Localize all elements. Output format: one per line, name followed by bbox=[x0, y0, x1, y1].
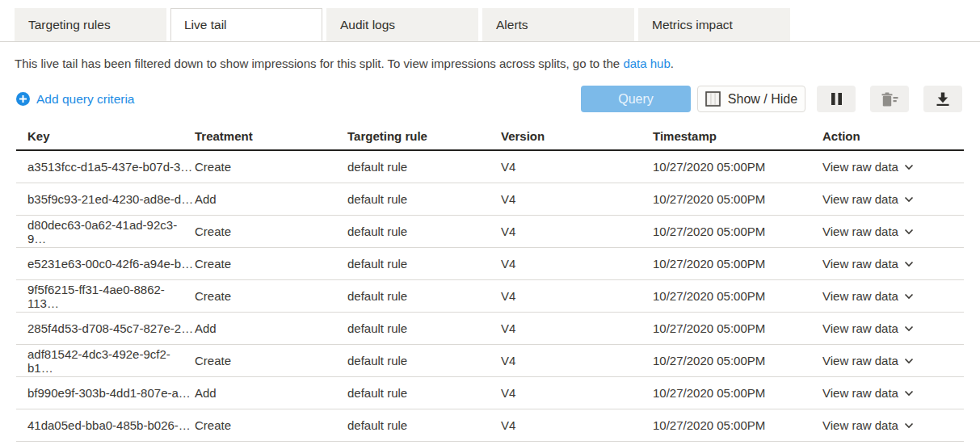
view-raw-data-label: View raw data bbox=[822, 354, 898, 367]
treatment-cell: Create bbox=[195, 418, 347, 432]
key-cell: a3513fcc-d1a5-437e-b07d-3… bbox=[16, 160, 195, 174]
table-row: d80dec63-0a62-41ad-92c3-9… Create defaul… bbox=[16, 216, 964, 248]
key-cell: 285f4d53-d708-45c7-827e-2… bbox=[16, 321, 195, 335]
table-row: b35f9c93-21ed-4230-ad8e-d… Add default r… bbox=[16, 183, 964, 216]
version-cell: V4 bbox=[501, 386, 653, 400]
table-row: e5231e63-00c0-42f6-a94e-b… Create defaul… bbox=[16, 248, 964, 280]
live-tail-notice: This live tail has been filtered down to… bbox=[15, 56, 965, 72]
targeting-rule-cell: default rule bbox=[347, 160, 501, 174]
view-raw-data-dropdown[interactable]: View raw data bbox=[822, 289, 964, 303]
treatment-cell: Add bbox=[195, 386, 347, 400]
treatment-cell: Add bbox=[195, 192, 347, 206]
table-row: adf81542-4dc3-492e-9cf2-b1… Create defau… bbox=[16, 345, 964, 377]
treatment-cell: Create bbox=[195, 225, 347, 238]
treatment-cell: Create bbox=[195, 257, 347, 271]
add-query-label: Add query criteria bbox=[36, 92, 134, 107]
chevron-down-icon bbox=[904, 358, 914, 364]
key-cell: bf990e9f-303b-4dd1-807e-a… bbox=[16, 386, 195, 400]
view-raw-data-dropdown[interactable]: View raw data bbox=[822, 225, 964, 238]
targeting-rule-cell: default rule bbox=[347, 386, 501, 400]
targeting-rule-cell: default rule bbox=[347, 321, 501, 335]
download-icon bbox=[936, 92, 950, 107]
tab[interactable]: Live tail bbox=[170, 8, 322, 41]
column-header-targeting-rule: Targeting rule bbox=[347, 129, 501, 143]
download-button[interactable] bbox=[923, 86, 962, 112]
notice-text: This live tail has been filtered down to… bbox=[15, 57, 623, 70]
version-cell: V4 bbox=[501, 160, 653, 174]
chevron-down-icon bbox=[904, 390, 914, 397]
tab-bar: Targeting rules Live tail Audit logs Ale… bbox=[0, 0, 980, 42]
view-raw-data-dropdown[interactable]: View raw data bbox=[822, 321, 964, 335]
tab[interactable]: Alerts bbox=[482, 8, 634, 41]
view-raw-data-label: View raw data bbox=[822, 418, 898, 432]
treatment-cell: Create bbox=[195, 289, 347, 303]
plus-circle-icon bbox=[16, 92, 30, 106]
add-query-criteria-button[interactable]: Add query criteria bbox=[16, 92, 134, 107]
timestamp-cell: 10/27/2020 05:00PM bbox=[653, 192, 822, 206]
view-raw-data-label: View raw data bbox=[822, 257, 898, 271]
view-raw-data-dropdown[interactable]: View raw data bbox=[822, 257, 964, 271]
notice-suffix: . bbox=[671, 57, 674, 70]
column-header-timestamp: Timestamp bbox=[653, 129, 822, 143]
column-header-key: Key bbox=[16, 129, 195, 143]
view-raw-data-dropdown[interactable]: View raw data bbox=[822, 160, 964, 174]
timestamp-cell: 10/27/2020 05:00PM bbox=[653, 225, 822, 238]
view-raw-data-label: View raw data bbox=[822, 289, 898, 303]
version-cell: V4 bbox=[501, 257, 653, 271]
version-cell: V4 bbox=[501, 192, 653, 206]
targeting-rule-cell: default rule bbox=[347, 257, 501, 271]
key-cell: e5231e63-00c0-42f6-a94e-b… bbox=[16, 257, 195, 271]
timestamp-cell: 10/27/2020 05:00PM bbox=[653, 289, 822, 303]
targeting-rule-cell: default rule bbox=[347, 418, 501, 432]
table-row: 9f5f6215-ff31-4ae0-8862-113… Create defa… bbox=[16, 280, 964, 313]
view-raw-data-label: View raw data bbox=[822, 160, 898, 174]
view-raw-data-dropdown[interactable]: View raw data bbox=[822, 418, 964, 432]
clear-logs-button[interactable] bbox=[870, 86, 909, 112]
version-cell: V4 bbox=[501, 289, 653, 303]
tab-label: Alerts bbox=[496, 18, 528, 32]
table-body: a3513fcc-d1a5-437e-b07d-3… Create defaul… bbox=[16, 151, 964, 442]
pause-button[interactable] bbox=[817, 86, 856, 112]
toolbar-actions: Query Show / Hide bbox=[581, 86, 962, 112]
key-cell: 41da05ed-bba0-485b-b026-… bbox=[16, 418, 195, 432]
chevron-down-icon bbox=[904, 196, 914, 203]
trash-clear-icon bbox=[881, 92, 898, 107]
key-cell: 9f5f6215-ff31-4ae0-8862-113… bbox=[16, 283, 195, 310]
chevron-down-icon bbox=[904, 229, 914, 235]
treatment-cell: Add bbox=[195, 321, 347, 335]
view-raw-data-label: View raw data bbox=[822, 192, 898, 206]
tab-label: Metrics impact bbox=[652, 18, 733, 32]
targeting-rule-cell: default rule bbox=[347, 354, 501, 367]
timestamp-cell: 10/27/2020 05:00PM bbox=[653, 160, 822, 174]
view-raw-data-dropdown[interactable]: View raw data bbox=[822, 192, 964, 206]
table-row: bf990e9f-303b-4dd1-807e-a… Add default r… bbox=[16, 377, 964, 409]
chevron-down-icon bbox=[904, 293, 914, 300]
view-raw-data-dropdown[interactable]: View raw data bbox=[822, 354, 964, 367]
key-cell: adf81542-4dc3-492e-9cf2-b1… bbox=[16, 347, 195, 375]
targeting-rule-cell: default rule bbox=[347, 289, 501, 303]
data-hub-link[interactable]: data hub bbox=[623, 57, 670, 70]
timestamp-cell: 10/27/2020 05:00PM bbox=[653, 386, 822, 400]
tab[interactable]: Audit logs bbox=[326, 8, 478, 41]
targeting-rule-cell: default rule bbox=[347, 192, 501, 206]
show-hide-label: Show / Hide bbox=[728, 92, 797, 107]
targeting-rule-cell: default rule bbox=[347, 225, 501, 238]
table-row: 285f4d53-d708-45c7-827e-2… Add default r… bbox=[16, 313, 964, 345]
tab-label: Live tail bbox=[184, 18, 227, 32]
view-raw-data-label: View raw data bbox=[822, 386, 898, 400]
tab[interactable]: Targeting rules bbox=[15, 8, 166, 41]
query-button[interactable]: Query bbox=[581, 86, 691, 112]
key-cell: d80dec63-0a62-41ad-92c3-9… bbox=[16, 218, 195, 246]
column-header-action: Action bbox=[822, 129, 964, 143]
timestamp-cell: 10/27/2020 05:00PM bbox=[653, 418, 822, 432]
table-row: 41da05ed-bba0-485b-b026-… Create default… bbox=[16, 409, 964, 442]
chevron-down-icon bbox=[904, 261, 914, 267]
tab[interactable]: Metrics impact bbox=[638, 8, 790, 41]
show-hide-columns-button[interactable]: Show / Hide bbox=[697, 86, 805, 112]
timestamp-cell: 10/27/2020 05:00PM bbox=[653, 257, 822, 271]
column-header-version: Version bbox=[501, 129, 653, 143]
view-raw-data-dropdown[interactable]: View raw data bbox=[822, 386, 964, 400]
pause-icon bbox=[830, 92, 843, 106]
table-row: a3513fcc-d1a5-437e-b07d-3… Create defaul… bbox=[16, 151, 964, 183]
version-cell: V4 bbox=[501, 225, 653, 238]
